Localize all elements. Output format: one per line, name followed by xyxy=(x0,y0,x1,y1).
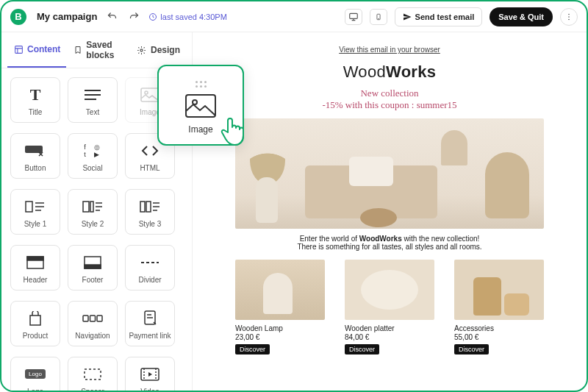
svg-rect-1 xyxy=(349,13,357,18)
tab-saved-label: Saved blocks xyxy=(86,40,123,60)
block-payment-link[interactable]: Payment link xyxy=(125,301,175,346)
svg-rect-14 xyxy=(90,202,93,212)
block-video-label: Video xyxy=(140,388,159,391)
brand-part1: Wood xyxy=(343,63,386,81)
svg-point-3 xyxy=(378,18,379,19)
intro-a: Enter the world of xyxy=(300,235,359,243)
block-button[interactable]: Button xyxy=(10,133,60,179)
header-icon xyxy=(26,252,44,273)
dragging-block-label: Image xyxy=(188,124,212,135)
product-price: 55,00 € xyxy=(454,333,544,341)
block-title[interactable]: TTitle xyxy=(10,77,60,123)
block-style3[interactable]: Style 3 xyxy=(125,189,175,235)
block-social-label: Social xyxy=(82,164,102,172)
block-social[interactable]: f ◎t ▶Social xyxy=(68,133,118,179)
brand-part2: Works xyxy=(386,63,436,81)
block-navigation[interactable]: Navigation xyxy=(68,301,118,346)
redo-icon[interactable] xyxy=(126,10,141,24)
discover-button[interactable]: Discover xyxy=(454,344,489,354)
block-style1[interactable]: Style 1 xyxy=(10,189,60,235)
svg-point-10 xyxy=(145,91,148,94)
block-video[interactable]: Video xyxy=(125,357,175,391)
block-style2[interactable]: Style 2 xyxy=(68,189,118,235)
mobile-preview-icon[interactable] xyxy=(370,9,387,25)
block-style2-label: Style 2 xyxy=(82,220,104,228)
block-payment-label: Payment link xyxy=(129,332,171,340)
product-card[interactable]: Wooden platter 84,00 € Discover xyxy=(345,260,434,354)
block-footer-label: Footer xyxy=(82,276,104,284)
block-button-label: Button xyxy=(25,164,46,172)
block-html-label: HTML xyxy=(140,164,159,172)
tab-content[interactable]: Content xyxy=(7,32,66,68)
save-quit-label: Save & Quit xyxy=(498,13,544,21)
svg-rect-11 xyxy=(25,146,43,153)
block-text[interactable]: Text xyxy=(68,77,118,123)
block-divider[interactable]: Divider xyxy=(125,245,175,291)
dragging-image-block[interactable]: Image xyxy=(157,65,244,146)
app-frame: B My campaign last saved 4:30PM Send tes… xyxy=(0,0,588,392)
bookmark-icon xyxy=(74,45,82,55)
block-text-label: Text xyxy=(86,108,99,116)
brand-logo[interactable]: B xyxy=(10,9,26,25)
save-quit-button[interactable]: Save & Quit xyxy=(490,7,553,26)
promo-line1: New collection xyxy=(235,88,544,99)
last-saved-text: last saved 4:30PM xyxy=(160,13,227,21)
discover-button[interactable]: Discover xyxy=(235,344,270,354)
block-header[interactable]: Header xyxy=(10,245,60,291)
payment-icon xyxy=(143,308,157,329)
block-spacer[interactable]: Spacer xyxy=(68,357,118,391)
email-canvas[interactable]: View this email in your browser WoodWork… xyxy=(193,32,587,391)
style1-icon xyxy=(25,196,46,217)
block-footer[interactable]: Footer xyxy=(68,245,118,291)
discover-button[interactable]: Discover xyxy=(345,344,379,354)
block-style1-label: Style 1 xyxy=(24,220,47,228)
desktop-preview-icon[interactable] xyxy=(345,9,362,25)
navigation-icon xyxy=(82,308,103,329)
svg-rect-13 xyxy=(83,202,89,212)
block-style3-label: Style 3 xyxy=(139,220,162,228)
svg-point-5 xyxy=(568,16,570,18)
spacer-icon xyxy=(84,364,101,385)
product-image xyxy=(454,260,544,320)
svg-rect-23 xyxy=(97,316,102,321)
block-header-label: Header xyxy=(24,276,48,284)
drag-grip-icon xyxy=(196,81,207,88)
svg-rect-7 xyxy=(15,46,22,53)
svg-rect-16 xyxy=(146,202,151,212)
svg-rect-15 xyxy=(140,202,145,212)
product-name: Accessories xyxy=(454,324,544,332)
brand-heading: WoodWorks xyxy=(235,63,544,82)
intro-text-2: There is something for all tastes, all s… xyxy=(235,243,544,251)
more-menu-icon[interactable] xyxy=(560,8,578,26)
view-in-browser-link[interactable]: View this email in your browser xyxy=(339,46,440,54)
send-test-button[interactable]: Send test email xyxy=(395,7,483,26)
product-row: Wooden Lamp 23,00 € Discover Wooden plat… xyxy=(235,260,544,354)
divider-icon xyxy=(140,252,159,273)
topbar: B My campaign last saved 4:30PM Send tes… xyxy=(1,1,587,32)
block-logo[interactable]: LogoLogo xyxy=(10,357,60,391)
tab-design[interactable]: Design xyxy=(131,32,186,68)
svg-rect-12 xyxy=(26,202,32,212)
tab-saved-blocks[interactable]: Saved blocks xyxy=(68,32,129,68)
block-product[interactable]: Product xyxy=(10,301,60,346)
image-icon xyxy=(184,93,217,118)
style3-icon xyxy=(140,196,160,217)
tab-design-label: Design xyxy=(151,45,180,55)
product-name: Wooden Lamp xyxy=(235,324,325,332)
product-image xyxy=(235,260,325,320)
style2-icon xyxy=(82,196,103,217)
block-navigation-label: Navigation xyxy=(75,332,110,340)
product-price: 23,00 € xyxy=(235,333,325,341)
email-preview: View this email in your browser WoodWork… xyxy=(235,44,544,354)
undo-icon[interactable] xyxy=(104,10,119,24)
tab-content-label: Content xyxy=(27,44,60,54)
last-saved[interactable]: last saved 4:30PM xyxy=(148,13,227,21)
main-body: Content Saved blocks Design TTitle Text … xyxy=(1,32,587,391)
button-icon xyxy=(24,140,46,161)
intro-bold: WoodWorks xyxy=(359,235,402,243)
intro-b: with the new collection! xyxy=(402,235,480,243)
product-card[interactable]: Accessories 55,00 € Discover xyxy=(454,260,544,354)
svg-point-4 xyxy=(568,13,570,15)
social-icon: f ◎t ▶ xyxy=(84,140,101,161)
product-card[interactable]: Wooden Lamp 23,00 € Discover xyxy=(235,260,325,354)
